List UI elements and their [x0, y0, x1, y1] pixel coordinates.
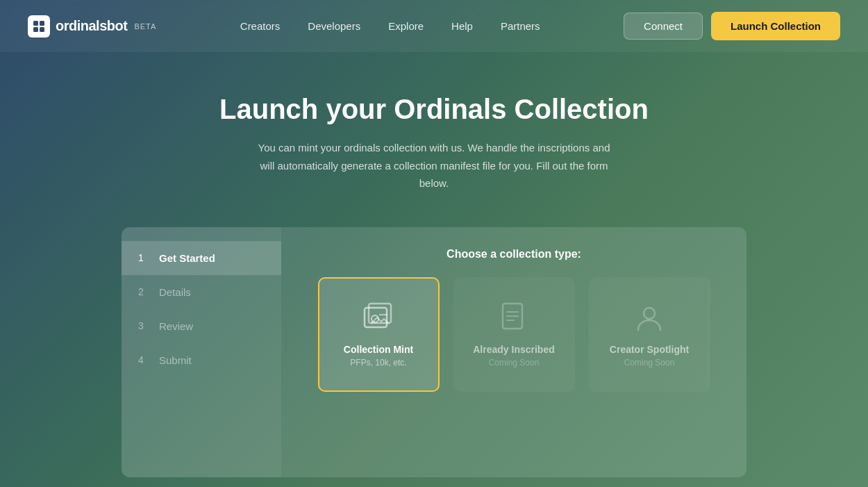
svg-rect-3: [40, 27, 44, 32]
already-inscribed-coming-soon: Coming Soon: [489, 358, 540, 368]
nav-help[interactable]: Help: [451, 20, 473, 32]
svg-rect-1: [40, 21, 44, 26]
collection-mint-subtitle: PFPs, 10k, etc.: [350, 358, 406, 368]
step-get-started[interactable]: 1 Get Started: [122, 241, 281, 275]
steps-sidebar: 1 Get Started 2 Details 3 Review 4 Submi…: [122, 227, 281, 477]
nav-partners[interactable]: Partners: [501, 20, 540, 32]
logo-icon: [28, 15, 50, 38]
nav-creators[interactable]: Creators: [240, 20, 281, 32]
svg-rect-2: [33, 27, 38, 32]
collection-mint-title: Collection Mint: [344, 344, 413, 355]
choose-label: Choose a collection type:: [309, 248, 719, 261]
creator-spotlight-title: Creator Spotlight: [610, 344, 689, 355]
creator-spotlight-coming-soon: Coming Soon: [624, 358, 675, 368]
step-num-4: 4: [138, 354, 149, 365]
step-submit[interactable]: 4 Submit: [122, 343, 281, 377]
step-label-4: Submit: [159, 354, 192, 366]
logo-text: ordinalsbot: [56, 18, 127, 34]
step-num-2: 2: [138, 286, 149, 297]
launch-collection-button[interactable]: Launch Collection: [711, 12, 840, 40]
card-already-inscribed: Already Inscribed Coming Soon: [453, 277, 575, 392]
logo-area: ordinalsbotBETA: [28, 15, 156, 38]
connect-button[interactable]: Connect: [624, 13, 703, 40]
step-label-2: Details: [159, 286, 191, 298]
nav-links: Creators Developers Explore Help Partner…: [240, 20, 540, 32]
nav-explore[interactable]: Explore: [388, 20, 424, 32]
collection-panel: Choose a collection type: Collection Min…: [281, 227, 746, 477]
step-label-3: Review: [159, 320, 193, 332]
navbar: ordinalsbotBETA Creators Developers Expl…: [0, 0, 868, 52]
already-inscribed-icon: [497, 301, 531, 334]
card-creator-spotlight: Creator Spotlight Coming Soon: [589, 277, 710, 392]
hero-title: Launch your Ordinals Collection: [14, 94, 854, 125]
svg-rect-0: [33, 21, 38, 26]
step-num-3: 3: [138, 320, 149, 331]
collection-mint-icon: [362, 301, 395, 334]
hero-description: You can mint your ordinals collection wi…: [253, 139, 615, 192]
nav-developers[interactable]: Developers: [308, 20, 360, 32]
card-collection-mint[interactable]: Collection Mint PFPs, 10k, etc.: [318, 277, 440, 392]
nav-actions: Connect Launch Collection: [624, 12, 840, 40]
step-review[interactable]: 3 Review: [122, 309, 281, 343]
logo-beta: BETA: [134, 22, 156, 31]
already-inscribed-title: Already Inscribed: [473, 344, 555, 355]
collection-cards: Collection Mint PFPs, 10k, etc. Already …: [309, 277, 719, 392]
hero-section: Launch your Ordinals Collection You can …: [0, 52, 868, 213]
step-label-1: Get Started: [159, 252, 215, 264]
step-details[interactable]: 2 Details: [122, 275, 281, 309]
step-num-1: 1: [138, 252, 149, 263]
creator-spotlight-icon: [633, 301, 666, 334]
main-content: 1 Get Started 2 Details 3 Review 4 Submi…: [122, 227, 746, 477]
svg-point-8: [644, 308, 655, 319]
